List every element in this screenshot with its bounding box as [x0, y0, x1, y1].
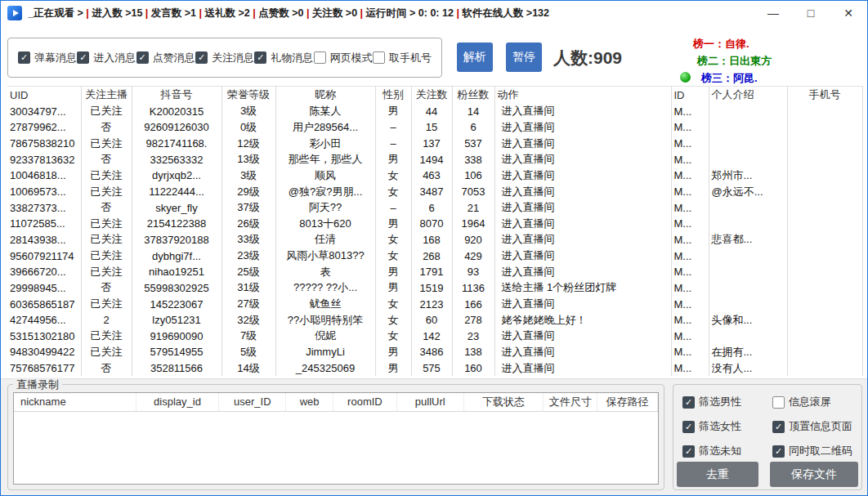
column-header-2[interactable]: 抖音号	[132, 87, 221, 104]
table-cell: 男	[375, 104, 411, 120]
table-row[interactable]: 10069573...已关注11222444...29级@独?寂?男朋...女3…	[7, 184, 862, 200]
table-row[interactable]: 75768576177否35281156614级_245325069男57516…	[7, 360, 862, 377]
get-phone-checkbox-box[interactable]	[373, 51, 385, 64]
table-cell: M...	[671, 216, 709, 232]
table-row[interactable]: 39666720...已关注nihao1925125级表男179193进入直播间…	[7, 264, 862, 280]
column-header-10[interactable]: 个人介绍	[709, 87, 787, 104]
table-row[interactable]: 92337813632否33256333213级那些年，那些人男1494338进…	[7, 151, 862, 168]
column-header-5[interactable]: 性别	[375, 87, 411, 104]
gift-message-checkbox[interactable]: ✓礼物消息	[254, 51, 313, 65]
follow-message-checkbox-box[interactable]: ✓	[195, 51, 208, 64]
pause-button[interactable]: 暂停	[506, 42, 542, 72]
table-cell: 268	[411, 248, 452, 264]
dedupe-button[interactable]: 去重	[677, 462, 758, 487]
column-header-6[interactable]: 关注数	[411, 87, 452, 104]
info-scroll-checkbox-box[interactable]	[772, 396, 785, 409]
table-cell: 5级	[221, 344, 275, 360]
column-header-8[interactable]: 动作	[494, 87, 671, 104]
recording-column-header-1[interactable]: display_id	[136, 393, 220, 411]
table-row[interactable]: 27879962...否926091260300级用户289564...–156…	[7, 119, 862, 136]
maximize-button[interactable]: □	[792, 1, 830, 25]
info-scroll-checkbox[interactable]: 信息滚屏	[772, 395, 861, 409]
table-row[interactable]: 33827373...否skyer_fly37级阿天??–621进入直播间M..…	[7, 199, 862, 216]
table-cell: 3级	[221, 168, 275, 184]
filter-male-checkbox-box[interactable]: ✓	[682, 396, 695, 409]
table-row[interactable]: 29998945...否5599830292531级????? ??小...男1…	[7, 280, 862, 297]
filter-male-checkbox[interactable]: ✓筛选男性	[682, 395, 767, 409]
table-row[interactable]: 95607921174已关注dybhgi7f...23级风雨小草8013??女2…	[7, 248, 862, 264]
column-header-0[interactable]: UID	[7, 87, 81, 104]
table-row[interactable]: 78675838210已关注9821741168.12级彩小田–137537进入…	[7, 136, 862, 152]
gift-message-checkbox-box[interactable]: ✓	[254, 51, 266, 64]
parse-button[interactable]: 解析	[457, 42, 493, 72]
table-cell: 倪妮	[275, 328, 375, 344]
table-cell	[709, 199, 787, 216]
table-row[interactable]: 94830499422已关注5795149555级JimmyLi男3486138…	[7, 344, 862, 360]
table-cell: 已关注	[81, 104, 132, 120]
table-cell: 否	[81, 199, 132, 216]
enter-message-checkbox-box[interactable]: ✓	[77, 51, 89, 64]
table-row[interactable]: 30034797...已关注K200203153级陈某人男4414进入直播间M.…	[7, 104, 862, 120]
recording-column-header-7[interactable]: 文件尺寸	[544, 393, 597, 411]
table-row[interactable]: 53151302180已关注9196900907级倪妮女14223进入直播间M.…	[7, 328, 862, 344]
table-cell: M...	[671, 184, 709, 200]
close-button[interactable]: ✕	[830, 1, 867, 25]
recording-list: nicknamedisplay_iduser_IDwebroomIDpullUr…	[13, 392, 659, 485]
save-file-button[interactable]: 保存文件	[770, 462, 858, 487]
qr-code-checkbox-box[interactable]: ✓	[772, 445, 785, 458]
enter-message-checkbox[interactable]: ✓进入消息	[77, 51, 136, 65]
table-row[interactable]: 60365865187已关注14522306727级鱿鱼丝女2123166进入直…	[7, 296, 862, 312]
recording-column-header-5[interactable]: pullUrl	[397, 393, 464, 411]
table-cell: 男	[375, 280, 411, 297]
column-header-11[interactable]: 手机号	[787, 87, 862, 104]
pin-info-page-label: 顶置信息页面	[789, 419, 852, 434]
minimize-button[interactable]: —	[754, 1, 792, 25]
table-cell: 53151302180	[7, 328, 81, 344]
table-cell: M...	[671, 136, 709, 152]
table-cell: 26级	[221, 216, 275, 232]
table-cell: 否	[81, 360, 132, 377]
like-message-checkbox-box[interactable]: ✓	[136, 51, 149, 64]
recording-column-header-8[interactable]: 保存路径	[597, 393, 658, 411]
recording-column-header-6[interactable]: 下载状态	[464, 393, 544, 411]
filter-female-checkbox-box[interactable]: ✓	[682, 421, 695, 433]
qr-code-label: 同时取二维码	[789, 444, 852, 458]
column-header-3[interactable]: 荣誉等级	[221, 87, 275, 104]
follow-message-checkbox[interactable]: ✓关注消息	[195, 51, 254, 65]
table-cell	[709, 151, 787, 168]
column-header-4[interactable]: 昵称	[275, 87, 375, 104]
table-row[interactable]: 42744956...2lzy05123132级??小聪明特别笨女60278姥爷…	[7, 312, 862, 328]
table-row[interactable]: 10046818...已关注dyrjxqb2...3级顺风女463106进入直播…	[7, 168, 862, 184]
table-cell	[709, 119, 787, 136]
like-message-checkbox[interactable]: ✓点赞消息	[136, 51, 195, 65]
filter-female-checkbox[interactable]: ✓筛选女性	[682, 419, 767, 434]
web-mode-checkbox[interactable]: 网页模式	[314, 51, 373, 65]
recording-column-header-3[interactable]: web	[286, 393, 333, 411]
get-phone-checkbox[interactable]: 取手机号	[373, 51, 432, 65]
web-mode-checkbox-box[interactable]	[314, 51, 326, 64]
filter-unknown-checkbox[interactable]: ✓筛选未知	[682, 444, 767, 458]
table-cell	[787, 328, 862, 344]
column-header-9[interactable]: ID	[671, 87, 709, 104]
table-cell: M...	[671, 232, 709, 248]
pin-info-page-checkbox[interactable]: ✓顶置信息页面	[772, 419, 861, 434]
table-cell: 338	[452, 151, 494, 168]
table-cell: 姥爷姥姥晚上好！	[494, 312, 671, 328]
pin-info-page-checkbox-box[interactable]: ✓	[772, 421, 785, 433]
table-cell: 332563332	[132, 151, 221, 168]
recording-column-header-2[interactable]: user_ID	[219, 393, 286, 411]
danmu-message-checkbox[interactable]: ✓弹幕消息	[18, 51, 77, 65]
danmu-message-checkbox-box[interactable]: ✓	[18, 51, 30, 64]
titlebar: _正在观看 > | 进入数 >15 | 发言数 >1 | 送礼数 >2 | 点赞…	[1, 1, 867, 25]
table-cell: nihao19251	[132, 264, 221, 280]
qr-code-checkbox[interactable]: ✓同时取二维码	[772, 444, 861, 458]
table-cell: 1519	[411, 280, 452, 297]
table-row[interactable]: 11072585...已关注215412238826级8013十620男8070…	[7, 216, 862, 232]
recording-column-header-4[interactable]: roomID	[333, 393, 397, 411]
filter-unknown-checkbox-box[interactable]: ✓	[682, 445, 695, 458]
column-header-7[interactable]: 粉丝数	[452, 87, 494, 104]
recording-header-row: nicknamedisplay_iduser_IDwebroomIDpullUr…	[14, 393, 658, 412]
recording-column-header-0[interactable]: nickname	[14, 393, 136, 411]
table-row[interactable]: 28143938...已关注3783792018833级任清女168920进入直…	[7, 232, 862, 248]
column-header-1[interactable]: 关注主播	[81, 87, 132, 104]
